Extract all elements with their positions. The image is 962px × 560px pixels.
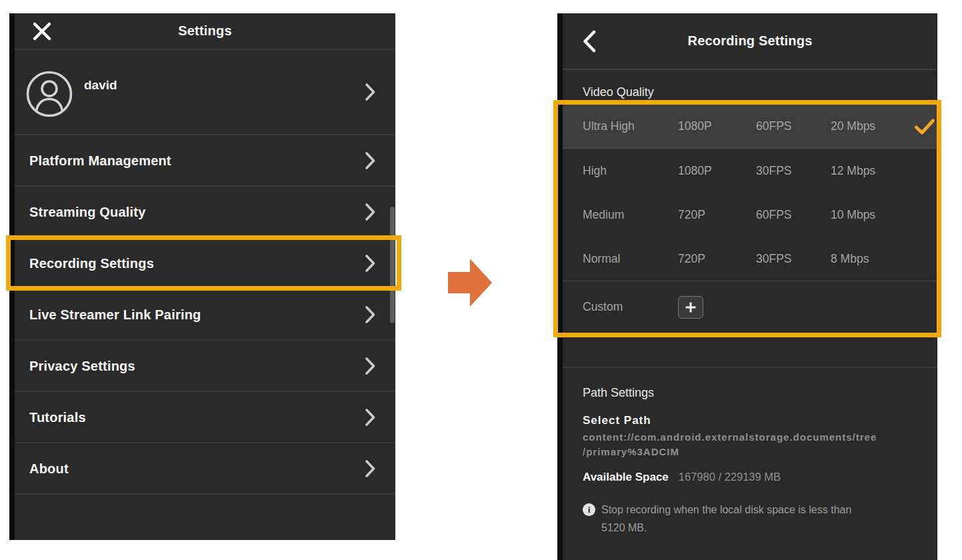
quality-resolution: 720P xyxy=(678,252,756,266)
quality-bitrate: 10 Mbps xyxy=(831,208,915,222)
avatar-icon xyxy=(25,70,73,118)
settings-panel: Settings david Platform Management Strea… xyxy=(9,13,395,540)
username: david xyxy=(84,78,117,93)
menu-item-label: Privacy Settings xyxy=(29,358,135,373)
menu-item-label: Tutorials xyxy=(29,409,86,425)
sidebar-item-recording-settings[interactable]: Recording Settings xyxy=(15,238,395,289)
sidebar-item-tutorials[interactable]: Tutorials xyxy=(15,392,395,443)
quality-fps: 60FPS xyxy=(756,208,831,222)
menu-item-label: Live Streamer Link Pairing xyxy=(29,307,201,322)
available-space-label: Available Space xyxy=(583,471,669,484)
sidebar-item-streaming-quality[interactable]: Streaming Quality xyxy=(15,187,395,238)
path-line-2: /primary%3ADCIM xyxy=(583,445,917,459)
settings-menu: Platform Management Streaming Quality Re… xyxy=(15,135,395,495)
sidebar-item-about[interactable]: About xyxy=(15,443,395,495)
quality-fps: 30FPS xyxy=(756,164,831,178)
chevron-right-icon xyxy=(365,203,375,221)
info-icon: i xyxy=(583,503,595,516)
disk-space-notice: i Stop recording when the local disk spa… xyxy=(583,501,917,537)
notice-line-2: 5120 MB. xyxy=(601,522,647,533)
sidebar-item-privacy-settings[interactable]: Privacy Settings xyxy=(15,341,395,392)
available-space-row: Available Space 167980 / 229139 MB xyxy=(583,471,917,484)
quality-row-normal[interactable]: Normal 720P 30FPS 8 Mbps xyxy=(563,237,937,281)
notice-line-1: Stop recording when the local disk space… xyxy=(601,504,851,515)
recording-settings-header: Recording Settings xyxy=(563,13,937,70)
video-quality-table: Ultra High 1080P 60FPS 20 Mbps High 1080… xyxy=(563,105,937,333)
chevron-right-icon xyxy=(365,152,375,169)
quality-row-medium[interactable]: Medium 720P 60FPS 10 Mbps xyxy=(563,193,937,237)
page-title: Recording Settings xyxy=(688,33,813,49)
path-settings-section: Path Settings Select Path content://com.… xyxy=(563,368,937,537)
quality-name: Normal xyxy=(583,252,678,266)
sidebar-item-platform-management[interactable]: Platform Management xyxy=(15,135,395,187)
disk-space-notice-text: Stop recording when the local disk space… xyxy=(601,501,851,537)
quality-fps: 60FPS xyxy=(756,119,831,133)
quality-name: Ultra High xyxy=(583,119,678,133)
selected-path-value[interactable]: content://com.android.externalstorage.do… xyxy=(583,430,917,459)
chevron-right-icon xyxy=(365,255,375,272)
page-title: Settings xyxy=(178,23,232,39)
recording-settings-panel: Recording Settings Video Quality Ultra H… xyxy=(557,13,937,560)
flow-arrow-icon xyxy=(448,259,492,307)
scrollbar-thumb[interactable] xyxy=(390,207,395,323)
quality-name: Custom xyxy=(583,300,678,314)
quality-bitrate: 8 Mbps xyxy=(831,252,915,266)
video-quality-section-label: Video Quality xyxy=(583,85,937,99)
plus-icon xyxy=(685,301,697,313)
path-settings-title: Path Settings xyxy=(583,386,917,400)
sidebar-item-live-streamer-link-pairing[interactable]: Live Streamer Link Pairing xyxy=(15,289,395,341)
quality-row-ultra-high[interactable]: Ultra High 1080P 60FPS 20 Mbps xyxy=(563,105,937,149)
quality-row-custom: Custom xyxy=(563,281,937,333)
quality-resolution: 1080P xyxy=(678,164,756,178)
add-custom-button[interactable] xyxy=(678,296,703,319)
screenshot-canvas: Settings david Platform Management Strea… xyxy=(0,0,962,560)
menu-item-label: Streaming Quality xyxy=(29,204,146,219)
chevron-right-icon xyxy=(365,357,375,375)
user-profile-row[interactable]: david xyxy=(15,50,395,135)
path-line-1: content://com.android.externalstorage.do… xyxy=(583,430,917,445)
quality-resolution: 1080P xyxy=(678,119,756,133)
chevron-right-icon xyxy=(365,460,375,477)
menu-item-label: Recording Settings xyxy=(29,255,154,271)
chevron-right-icon xyxy=(365,306,375,323)
select-path-label: Select Path xyxy=(583,414,917,427)
quality-row-high[interactable]: High 1080P 30FPS 12 Mbps xyxy=(563,149,937,193)
chevron-right-icon xyxy=(365,409,375,426)
quality-fps: 30FPS xyxy=(756,252,831,266)
quality-bitrate: 20 Mbps xyxy=(831,119,915,133)
settings-header: Settings xyxy=(15,13,395,50)
check-icon xyxy=(915,119,935,135)
close-icon[interactable] xyxy=(32,21,52,41)
quality-name: High xyxy=(583,164,678,178)
menu-item-label: Platform Management xyxy=(29,153,171,168)
chevron-right-icon xyxy=(365,83,375,101)
back-icon[interactable] xyxy=(583,30,596,53)
available-space-value: 167980 / 229139 MB xyxy=(679,471,781,483)
menu-item-label: About xyxy=(29,461,69,476)
quality-name: Medium xyxy=(583,208,678,222)
quality-resolution: 720P xyxy=(678,208,756,222)
quality-bitrate: 12 Mbps xyxy=(831,164,915,178)
